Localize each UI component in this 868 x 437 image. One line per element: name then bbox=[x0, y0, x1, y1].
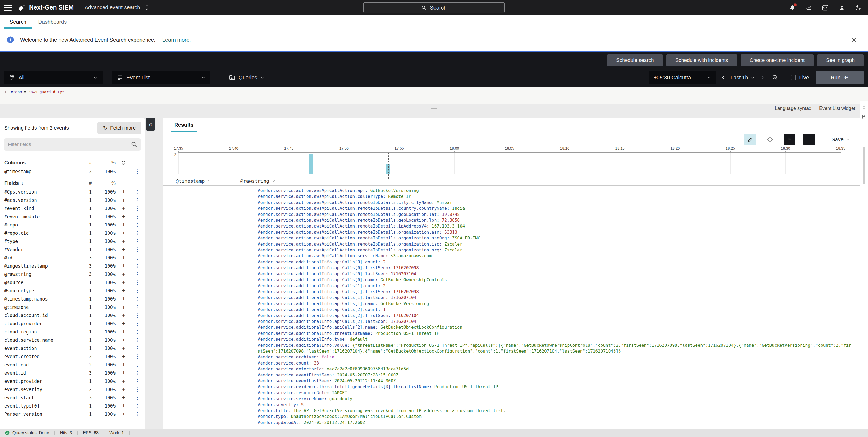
add-field-button[interactable]: + bbox=[116, 295, 131, 302]
field-menu-button[interactable]: ⋮ bbox=[131, 362, 143, 368]
log-value[interactable]: 2024-05-20T12:11:44.000Z bbox=[334, 378, 396, 383]
log-value[interactable]: TARGET bbox=[332, 390, 347, 395]
log-key[interactable]: Vendor.service.action.awsApiCallAction.r… bbox=[258, 247, 444, 252]
log-value[interactable]: s3.amazonaws.com bbox=[391, 253, 432, 258]
remove-column-button[interactable]: — bbox=[116, 168, 131, 175]
field-menu-button[interactable]: ⋮ bbox=[131, 214, 143, 220]
rawstring-column-header[interactable]: @rawstring bbox=[240, 178, 275, 184]
field-menu-button[interactable]: ⋮ bbox=[131, 353, 143, 360]
tab-dashboards[interactable]: Dashboards bbox=[32, 15, 72, 29]
log-key[interactable]: Vendor.service.additionalInfo.apiCalls[0… bbox=[258, 277, 380, 282]
add-field-button[interactable]: + bbox=[116, 254, 131, 261]
sort-order-button[interactable] bbox=[803, 133, 815, 145]
field-row[interactable]: @sourcetype 1 100% + ⋮ bbox=[0, 286, 145, 295]
log-value[interactable]: 19.0748 bbox=[442, 212, 460, 217]
field-menu-button[interactable]: ⋮ bbox=[131, 271, 143, 277]
log-key[interactable]: Vendor.service.action.awsApiCallAction.r… bbox=[258, 236, 452, 241]
field-row[interactable]: event.type[0] 1 100% + ⋮ bbox=[0, 402, 145, 410]
log-line[interactable]: Vendor.service.action.awsApiCallAction.r… bbox=[258, 212, 854, 217]
field-row[interactable]: @timezone 1 100% + ⋮ bbox=[0, 303, 145, 311]
log-value[interactable]: 53813 bbox=[444, 230, 457, 235]
log-value[interactable]: India bbox=[452, 206, 465, 211]
add-field-button[interactable]: + bbox=[116, 213, 131, 220]
field-row[interactable]: event.id 3 100% + ⋮ bbox=[0, 369, 145, 377]
add-field-button[interactable]: + bbox=[116, 378, 131, 385]
log-value[interactable]: default bbox=[350, 337, 368, 342]
fetch-more-button[interactable]: ↻ Fetch more bbox=[97, 122, 141, 134]
field-menu-button[interactable]: ⋮ bbox=[131, 238, 143, 244]
log-line[interactable]: Vendor.service.serviceName: guardduty bbox=[258, 396, 854, 402]
user-profile-icon[interactable] bbox=[838, 4, 845, 11]
log-line[interactable]: Vendor.service.resourceRole: TARGET bbox=[258, 390, 854, 396]
filter-fields-input[interactable] bbox=[4, 138, 141, 151]
log-key[interactable]: Vendor.service.additionalInfo.value: bbox=[258, 343, 352, 348]
add-field-button[interactable]: + bbox=[116, 312, 131, 319]
see-in-graph-button[interactable]: See in graph bbox=[817, 55, 864, 66]
log-key[interactable]: Vendor.service.count: bbox=[258, 361, 314, 366]
log-line[interactable]: Vendor.service.additionalInfo.value: {"t… bbox=[258, 342, 854, 354]
log-key[interactable]: Vendor.service.action.awsApiCallAction.r… bbox=[258, 242, 444, 247]
log-key[interactable]: Vendor.service.archived: bbox=[258, 354, 322, 360]
event-list-widget-link[interactable]: Event List widget bbox=[819, 106, 855, 111]
log-key[interactable]: Vendor.service.action.awsApiCallAction.r… bbox=[258, 200, 437, 205]
field-row[interactable]: @source 1 100% + ⋮ bbox=[0, 278, 145, 286]
log-value[interactable]: 5 bbox=[301, 402, 304, 407]
log-value[interactable]: UnauthorizedAccess:IAMUser/MaliciousIPCa… bbox=[291, 414, 421, 419]
log-value[interactable]: 2024-05-20T07:28:15.000Z bbox=[337, 373, 398, 377]
language-syntax-link[interactable]: Language syntax bbox=[775, 106, 811, 111]
dark-mode-moon-icon[interactable] bbox=[855, 4, 862, 11]
add-field-button[interactable]: + bbox=[116, 370, 131, 376]
log-line[interactable]: Vendor.service.action.awsApiCallAction.r… bbox=[258, 235, 854, 241]
log-value[interactable]: Production US-1 Threat IP bbox=[434, 384, 498, 389]
field-row[interactable]: Parser.version 1 100% + ⋮ bbox=[0, 410, 145, 418]
add-field-button[interactable]: + bbox=[116, 411, 131, 417]
log-line[interactable]: Vendor.service.additionalInfo.apiCalls[0… bbox=[258, 277, 854, 283]
log-key[interactable]: Vendor.service.additionalInfo.apiCalls[2… bbox=[258, 325, 380, 330]
log-key[interactable]: Vendor.service.action.awsApiCallAction.c… bbox=[258, 194, 388, 199]
live-checkbox[interactable] bbox=[791, 75, 796, 80]
log-line[interactable]: Vendor.service.action.awsApiCallAction.r… bbox=[258, 223, 854, 229]
field-row[interactable]: #Cps.version 1 100% + ⋮ bbox=[0, 188, 145, 196]
log-key[interactable]: Vendor.updatedAt: bbox=[258, 420, 304, 425]
field-menu-button[interactable]: ⋮ bbox=[131, 246, 143, 252]
add-field-button[interactable]: + bbox=[116, 230, 131, 237]
field-menu-button[interactable]: ⋮ bbox=[131, 189, 143, 195]
log-key[interactable]: Vendor.service.action.awsApiCallAction.r… bbox=[258, 212, 442, 217]
field-menu-button[interactable]: ⋮ bbox=[131, 395, 143, 401]
tab-results[interactable]: Results bbox=[170, 118, 197, 132]
sync-columns-icon[interactable] bbox=[121, 160, 126, 165]
log-key[interactable]: Vendor.service.additionalInfo.threatList… bbox=[258, 331, 375, 336]
flag-icon[interactable] bbox=[861, 114, 867, 120]
field-row[interactable]: event.action 1 100% + ⋮ bbox=[0, 344, 145, 352]
log-value[interactable]: 2 bbox=[383, 283, 386, 288]
log-value[interactable]: 2024-05-20T12:24:17.260Z bbox=[304, 420, 365, 425]
log-line[interactable]: Vendor.service.additionalInfo.apiCalls[2… bbox=[258, 324, 854, 330]
field-menu-button[interactable]: ⋮ bbox=[131, 296, 143, 302]
log-key[interactable]: Vendor.service.action.awsApiCallAction.r… bbox=[258, 218, 442, 223]
log-key[interactable]: Vendor.service.additionalInfo.apiCalls[0… bbox=[258, 265, 393, 270]
field-menu-button[interactable]: ⋮ bbox=[131, 386, 143, 393]
log-value[interactable]: ZSCALER-INC bbox=[452, 236, 480, 241]
field-menu-button[interactable]: ⋮ bbox=[131, 370, 143, 376]
add-field-button[interactable]: + bbox=[116, 403, 131, 409]
log-line[interactable]: Vendor.service.additionalInfo.apiCalls[2… bbox=[258, 307, 854, 312]
field-menu-button[interactable]: ⋮ bbox=[131, 205, 143, 211]
log-key[interactable]: Vendor.service.eventFirstSeen: bbox=[258, 373, 337, 377]
queries-menu[interactable]: Queries bbox=[229, 74, 265, 81]
notifications-bell-icon[interactable] bbox=[789, 4, 796, 11]
log-line[interactable]: Vendor.service.additionalInfo.apiCalls[0… bbox=[258, 265, 854, 271]
field-row[interactable]: #event.kind 1 100% + ⋮ bbox=[0, 204, 145, 212]
add-field-button[interactable]: + bbox=[116, 246, 131, 253]
field-row[interactable]: cloud.account.id 1 100% + ⋮ bbox=[0, 311, 145, 319]
column-row[interactable]: @timestamp 3 100% — ⋮ bbox=[0, 167, 145, 176]
tab-search[interactable]: Search bbox=[4, 15, 32, 29]
add-field-button[interactable]: + bbox=[116, 188, 131, 195]
log-line[interactable]: Vendor.service.additionalInfo.apiCalls[2… bbox=[258, 313, 854, 319]
field-row[interactable]: #event.module 1 100% + ⋮ bbox=[0, 212, 145, 221]
log-value[interactable]: 2 bbox=[383, 259, 386, 264]
field-menu-button[interactable]: ⋮ bbox=[131, 287, 143, 293]
field-row[interactable]: @timestamp.nanos 1 100% + ⋮ bbox=[0, 295, 145, 303]
log-key[interactable]: Vendor.service.additionalInfo.apiCalls[2… bbox=[258, 307, 383, 312]
log-line[interactable]: Vendor.service.action.awsApiCallAction.c… bbox=[258, 193, 854, 199]
log-value[interactable]: 1716207104 bbox=[391, 271, 416, 276]
